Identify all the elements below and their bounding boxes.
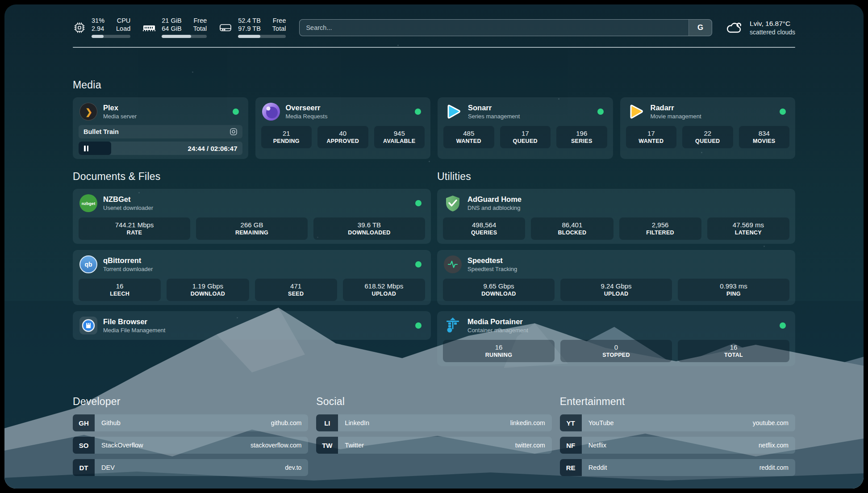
link-name: YouTube [588, 419, 614, 426]
link-stackoverflow[interactable]: SO StackOverflowstackoverflow.com [73, 437, 308, 454]
stat-ping: 0.993 msPING [678, 279, 789, 301]
link-netflix[interactable]: NF Netflixnetflix.com [560, 437, 795, 454]
section-title-developer: Developer [73, 396, 308, 408]
now-playing-title: Bullet Train [83, 128, 119, 135]
ram-total: 64 GiB [162, 25, 181, 33]
stat-queries: 498,564QUERIES [443, 217, 525, 240]
link-github[interactable]: GH Githubgithub.com [73, 414, 308, 431]
social-section: Social LI LinkedInlinkedin.com TW Twitte… [316, 396, 551, 476]
search-input[interactable] [299, 19, 712, 36]
app-description: Speedtest Tracking [467, 266, 517, 272]
app-name: Plex [103, 104, 137, 112]
app-description: Media server [103, 113, 137, 120]
stat-total: 16TOTAL [678, 340, 789, 362]
stat-queued: 22QUEUED [682, 126, 733, 148]
app-name: Sonarr [468, 104, 520, 112]
playback-time: 24:44 / 02:06:47 [188, 145, 242, 152]
status-dot [415, 261, 421, 267]
stat-download: 1.19 GbpsDOWNLOAD [167, 279, 249, 301]
app-description: Media Requests [286, 113, 328, 120]
status-dot [415, 200, 421, 206]
header: 31%2.94 CPULoad 21 GiB6 [73, 17, 795, 38]
link-url: reddit.com [760, 464, 789, 471]
radarr-icon [627, 103, 645, 121]
link-name: Reddit [588, 464, 607, 471]
entertainment-section: Entertainment YT YouTubeyoutube.com NF N… [560, 396, 795, 476]
weather-widget[interactable]: Lviv, 16.87°C scattered clouds [726, 20, 795, 36]
link-url: twitter.com [515, 442, 545, 449]
weather-condition: scattered clouds [750, 29, 795, 36]
section-title-social: Social [316, 396, 551, 408]
plex-card[interactable]: ❯ Plex Media server Bullet Train [73, 97, 248, 159]
link-abbr: TW [316, 437, 338, 454]
stat-latency: 47.569 msLATENCY [707, 217, 789, 240]
app-name: Radarr [651, 104, 701, 112]
link-abbr: RE [560, 459, 582, 476]
status-dot [233, 109, 239, 115]
stat-approved: 40APPROVED [317, 126, 368, 148]
search-bar: G [299, 19, 712, 36]
stat-upload: 618.52 MbpsUPLOAD [343, 279, 425, 301]
app-name: Speedtest [467, 256, 517, 265]
stat-download: 9.65 GbpsDOWNLOAD [443, 279, 555, 301]
link-dev[interactable]: DT DEVdev.to [73, 459, 308, 476]
link-url: stackoverflow.com [250, 442, 301, 449]
session-icon [230, 128, 238, 136]
ram-metric: 21 GiB64 GiB FreeTotal [142, 17, 207, 38]
playback-progress[interactable]: 24:44 / 02:06:47 [79, 142, 242, 155]
link-name: StackOverflow [101, 442, 143, 449]
sonarr-icon [444, 103, 462, 121]
ram-icon [142, 21, 156, 34]
overseerr-card[interactable]: Overseerr Media Requests 21PENDING 40APP… [255, 97, 431, 159]
link-twitter[interactable]: TW Twittertwitter.com [316, 437, 551, 454]
filebrowser-icon [79, 317, 97, 334]
stat-queued: 17QUEUED [500, 126, 551, 148]
link-name: Netflix [588, 442, 606, 449]
header-divider [73, 47, 795, 48]
disk-total: 97.9 TB [238, 25, 261, 33]
stat-downloaded: 39.6 TBDOWNLOADED [313, 217, 425, 240]
link-reddit[interactable]: RE Redditreddit.com [560, 459, 795, 476]
link-linkedin[interactable]: LI LinkedInlinkedin.com [316, 414, 551, 431]
developer-section: Developer GH Githubgithub.com SO StackOv… [73, 396, 308, 476]
link-abbr: NF [560, 437, 582, 454]
stat-seed: 471SEED [255, 279, 337, 301]
link-abbr: GH [73, 414, 95, 431]
app-description: Container management [467, 327, 528, 334]
app-description: DNS and adblocking [467, 205, 522, 211]
search-engine-button[interactable]: G [689, 20, 712, 36]
stat-stopped: 0STOPPED [560, 340, 672, 362]
radarr-card[interactable]: Radarr Movie management 17WANTED 22QUEUE… [620, 97, 796, 159]
adguard-icon [444, 194, 462, 212]
weather-location-temp: Lviv, 16.87°C [750, 20, 795, 28]
nzbget-card[interactable]: nzbget NZBGet Usenet downloader 744.21 M… [73, 189, 431, 244]
link-url: linkedin.com [510, 419, 545, 426]
stat-leech: 16LEECH [79, 279, 161, 301]
qbittorrent-icon: qb [79, 255, 97, 273]
stat-movies: 834MOVIES [739, 126, 790, 148]
portainer-card[interactable]: Media Portainer Container management 16R… [437, 311, 795, 366]
cloud-icon [726, 21, 743, 35]
stat-series: 196SERIES [556, 126, 607, 148]
app-description: Usenet downloader [103, 205, 153, 211]
now-playing-row[interactable]: Bullet Train [79, 125, 242, 138]
filebrowser-card[interactable]: File Browser Media File Management [73, 311, 431, 340]
adguard-card[interactable]: AdGuard Home DNS and adblocking 498,564Q… [437, 189, 795, 244]
cpu-progressbar [92, 35, 130, 38]
stat-pending: 21PENDING [261, 126, 312, 148]
app-name: qBittorrent [103, 256, 153, 265]
section-title-documents: Documents & Files [73, 171, 431, 183]
link-youtube[interactable]: YT YouTubeyoutube.com [560, 414, 795, 431]
app-name: Overseerr [286, 104, 328, 112]
stat-wanted: 17WANTED [626, 126, 677, 148]
ram-progressbar [162, 35, 207, 38]
dashboard-screen: 31%2.94 CPULoad 21 GiB6 [4, 4, 864, 489]
link-url: github.com [271, 419, 301, 426]
portainer-icon [444, 317, 462, 334]
stat-remaining: 266 GBREMAINING [196, 217, 308, 240]
speedtest-card[interactable]: Speedtest Speedtest Tracking 9.65 GbpsDO… [437, 250, 795, 305]
nzbget-icon: nzbget [79, 194, 97, 212]
qbittorrent-card[interactable]: qb qBittorrent Torrent downloader 16LEEC… [73, 250, 431, 305]
section-title-media: Media [73, 79, 795, 91]
sonarr-card[interactable]: Sonarr Series management 485WANTED 17QUE… [438, 97, 613, 159]
